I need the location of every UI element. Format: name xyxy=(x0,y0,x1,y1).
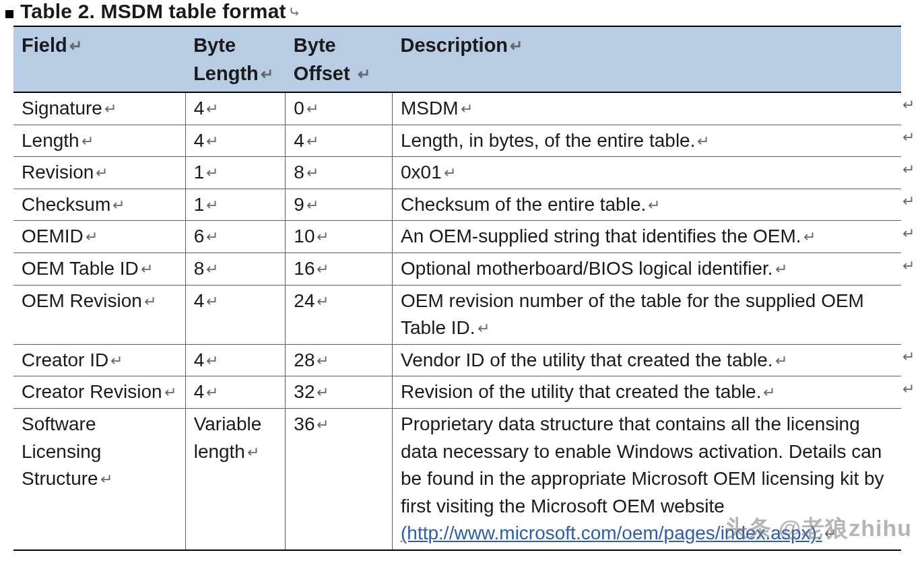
col-field-header: Field↵ xyxy=(13,26,185,92)
cell-description: Vendor ID of the utility that created th… xyxy=(393,344,901,376)
pilcrow-icon: ⤶ xyxy=(288,3,301,22)
row-end-icon: ↵ xyxy=(902,161,915,178)
cell-field: Software Licensing Structure↵ xyxy=(13,409,185,550)
cell-description: MSDM↵ xyxy=(393,92,901,125)
table-row: Software Licensing Structure↵Variable le… xyxy=(13,409,901,550)
cell-length: 8↵ xyxy=(185,253,286,286)
cell-description: Length, in bytes, of the entire table.↵ xyxy=(393,125,901,157)
cell-length: 4↵ xyxy=(185,344,286,376)
row-end-icon: ↵ xyxy=(902,348,915,366)
cell-offset: 0↵ xyxy=(286,92,393,125)
cell-description: Revision of the utility that created the… xyxy=(393,376,901,409)
cell-offset: 32↵ xyxy=(286,376,393,409)
cell-offset: 36↵ xyxy=(286,409,393,550)
oem-website-link[interactable]: (http://www.microsoft.com/oem/pages/inde… xyxy=(401,523,822,543)
cell-offset: 24↵ xyxy=(286,285,393,344)
cell-description: Checksum of the entire table.↵ xyxy=(393,189,901,221)
cell-field: Signature↵ xyxy=(13,92,185,125)
col-offset-header: ByteOffset ↵ xyxy=(286,26,393,92)
row-end-icon: ↵ xyxy=(902,225,915,242)
msdm-table: Field↵ ByteLength↵ ByteOffset ↵ Descript… xyxy=(13,26,901,551)
table-row: Revision↵1↵8↵0x01↵ xyxy=(13,157,901,189)
cell-description: Optional motherboard/BIOS logical identi… xyxy=(393,253,901,286)
cell-offset: 8↵ xyxy=(286,157,393,189)
cell-description: An OEM-supplied string that identifies t… xyxy=(393,221,901,253)
table-header-row: Field↵ ByteLength↵ ByteOffset ↵ Descript… xyxy=(13,26,901,92)
cell-length: 4↵ xyxy=(185,285,286,344)
row-end-icon: ↵ xyxy=(902,129,915,146)
row-end-icon: ↵ xyxy=(902,96,915,114)
table-row: OEM Table ID↵8↵16↵Optional motherboard/B… xyxy=(13,253,901,286)
cell-field: Creator Revision↵ xyxy=(13,376,185,409)
row-end-icon: ↵ xyxy=(902,380,915,398)
bullet-icon xyxy=(5,10,13,18)
row-end-icon: ↵ xyxy=(902,193,915,210)
cell-description: 0x01↵ xyxy=(393,157,901,189)
cell-field: OEM Revision↵ xyxy=(13,285,185,344)
table-row: Creator ID↵4↵28↵Vendor ID of the utility… xyxy=(13,344,901,376)
cell-offset: 4↵ xyxy=(286,125,393,157)
cell-field: Creator ID↵ xyxy=(13,344,185,376)
table-row: Creator Revision↵4↵32↵Revision of the ut… xyxy=(13,376,901,409)
cell-offset: 10↵ xyxy=(286,221,393,253)
cell-length: 6↵ xyxy=(185,221,286,253)
row-end-icon: ↵ xyxy=(902,257,915,275)
table-row: OEM Revision↵4↵24↵OEM revision number of… xyxy=(13,285,901,344)
cell-description: OEM revision number of the table for the… xyxy=(393,285,901,344)
col-description-header: Description↵ xyxy=(393,26,901,92)
cell-field: OEM Table ID↵ xyxy=(13,253,185,286)
table-row: Length↵4↵4↵Length, in bytes, of the enti… xyxy=(13,125,901,157)
cell-length: 1↵ xyxy=(185,157,286,189)
cell-length: 4↵ xyxy=(185,92,286,125)
cell-offset: 28↵ xyxy=(286,344,393,376)
cell-length: 4↵ xyxy=(185,376,286,409)
cell-field: OEMID↵ xyxy=(13,221,185,253)
cell-offset: 9↵ xyxy=(286,189,393,221)
cell-field: Checksum↵ xyxy=(13,189,185,221)
cell-offset: 16↵ xyxy=(286,253,393,286)
cell-length: 4↵ xyxy=(185,125,286,157)
cell-length: 1↵ xyxy=(185,189,286,221)
page-title: Table 2. MSDM table format⤶ xyxy=(20,0,301,23)
table-row: Signature↵4↵0↵MSDM↵ xyxy=(13,92,901,125)
col-length-header: ByteLength↵ xyxy=(185,26,286,92)
table-row: OEMID↵6↵10↵An OEM-supplied string that i… xyxy=(13,221,901,253)
cell-description: Proprietary data structure that contains… xyxy=(393,409,901,550)
cell-length: Variable length↵ xyxy=(185,409,286,550)
table-row: Checksum↵1↵9↵Checksum of the entire tabl… xyxy=(13,189,901,221)
cell-field: Revision↵ xyxy=(13,157,185,189)
table-title-row: Table 2. MSDM table format⤶ xyxy=(4,0,912,26)
cell-field: Length↵ xyxy=(13,125,185,157)
